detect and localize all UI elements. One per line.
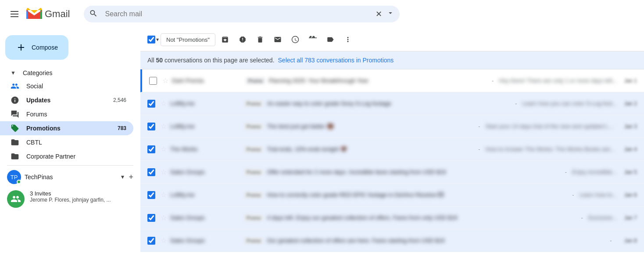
preview-3: How to Answer The Works: The Works Books… bbox=[486, 146, 617, 152]
time-6: Jan 7 bbox=[624, 215, 637, 221]
row-checkbox-3[interactable] bbox=[147, 145, 155, 153]
snooze-button[interactable] bbox=[287, 32, 303, 47]
sidebar-item-promotions[interactable]: Promotions 783 bbox=[0, 121, 133, 135]
tag-6: Promo bbox=[244, 214, 263, 221]
tag-1: Promo bbox=[244, 100, 263, 107]
preview-2: Start your 14 days trial of the new and … bbox=[486, 123, 617, 130]
account-row[interactable]: TP TechPinas ▼ + bbox=[0, 167, 140, 187]
more-options-button[interactable] bbox=[340, 32, 356, 47]
invites-avatar bbox=[7, 190, 25, 208]
email-row[interactable]: ☆ The Works Promo Trial ends, 10% ends t… bbox=[140, 138, 644, 161]
sidebar-item-cbtl[interactable]: CBTL bbox=[0, 135, 133, 149]
row-checkbox-2[interactable] bbox=[147, 123, 155, 130]
sender-2: Loftify.me bbox=[170, 123, 240, 130]
selection-bar: All 50 conversations on this page are se… bbox=[140, 51, 644, 69]
search-bar: category:promotions ✕ bbox=[84, 6, 400, 22]
email-row[interactable]: ☆ Sales Groups Promo 4 days left. Enjoy … bbox=[140, 206, 644, 229]
preview-0: Hey there! There are only 1 or more days… bbox=[499, 77, 617, 84]
account-dropdown-icon[interactable]: ▼ bbox=[120, 174, 125, 180]
sender-3: The Works bbox=[170, 146, 240, 152]
email-row[interactable]: ☆ Loftify.me Promo The best just got bet… bbox=[140, 115, 644, 138]
sidebar-item-updates[interactable]: Updates 2,546 bbox=[0, 93, 133, 107]
email-row[interactable]: ☆ Sales Groups Promo Offer extended for … bbox=[140, 161, 644, 184]
search-icon bbox=[89, 9, 98, 19]
row-checkbox-0[interactable] bbox=[149, 77, 157, 85]
star-icon-2[interactable]: ☆ bbox=[161, 122, 167, 130]
account-avatar: TP bbox=[7, 170, 21, 184]
sidebar-divider bbox=[7, 165, 133, 166]
search-clear-button[interactable]: ✕ bbox=[376, 9, 382, 19]
row-checkbox-5[interactable] bbox=[147, 191, 155, 199]
sender-1: Loftify.me bbox=[170, 100, 240, 107]
sender-6: Sales Groups bbox=[170, 214, 240, 221]
email-row[interactable]: ☆ Sales Groups Promo Our greatest collec… bbox=[140, 229, 644, 252]
chevron-down-icon: ▼ bbox=[11, 70, 16, 76]
categories-label: Categories bbox=[23, 69, 53, 76]
select-all-checkbox[interactable] bbox=[147, 36, 155, 43]
tag-3: Promo bbox=[244, 146, 263, 153]
not-promotions-button[interactable]: Not "Promotions" bbox=[161, 33, 215, 46]
sidebar-item-corporate-partner[interactable]: Corporate Partner bbox=[0, 149, 133, 163]
invites-text: 3 Invites Jerome P. Flores, johnjay garf… bbox=[30, 190, 111, 203]
star-icon-0[interactable]: ☆ bbox=[162, 76, 168, 85]
sidebar-item-forums-label: Forums bbox=[26, 111, 119, 118]
row-checkbox-6[interactable] bbox=[147, 214, 155, 222]
gmail-logo: Gmail bbox=[25, 7, 70, 21]
email-row[interactable]: ☆ Loftify.me Promo An easier way to colo… bbox=[140, 92, 644, 115]
star-icon-4[interactable]: ☆ bbox=[161, 168, 167, 176]
archive-button[interactable] bbox=[217, 32, 233, 47]
not-promotions-label: Not "Promotions" bbox=[166, 36, 210, 43]
star-icon-1[interactable]: ☆ bbox=[161, 99, 167, 108]
hamburger-menu-button[interactable] bbox=[7, 7, 22, 21]
folder-icon-cbtl bbox=[11, 138, 19, 147]
gmail-label: Gmail bbox=[45, 8, 70, 20]
sidebar-item-forums[interactable]: Forums bbox=[0, 107, 133, 121]
compose-button[interactable]: Compose bbox=[5, 35, 68, 60]
gmail-m-icon bbox=[25, 7, 43, 21]
star-icon-6[interactable]: ☆ bbox=[161, 213, 167, 222]
subject-1: An easier way to color grade Sony S-Log … bbox=[267, 100, 510, 107]
online-status-dot bbox=[17, 180, 21, 184]
compose-icon bbox=[16, 42, 26, 53]
star-icon-5[interactable]: ☆ bbox=[161, 191, 167, 199]
row-checkbox-7[interactable] bbox=[147, 237, 155, 245]
info-icon bbox=[11, 96, 19, 105]
star-icon-7[interactable]: ☆ bbox=[161, 236, 167, 245]
delete-button[interactable] bbox=[252, 32, 268, 47]
row-checkbox-4[interactable] bbox=[147, 168, 155, 176]
move-to-button[interactable] bbox=[305, 32, 321, 47]
selection-count-text: All 50 conversations on this page are se… bbox=[147, 57, 275, 64]
email-area: ▾ Not "Promotions" bbox=[140, 28, 644, 264]
report-spam-button[interactable] bbox=[235, 32, 250, 47]
categories-header[interactable]: ▼ Categories bbox=[0, 67, 140, 79]
email-row[interactable]: ☆ Dark Premia Promo Planning 2025: Your … bbox=[140, 69, 644, 92]
forum-icon bbox=[11, 110, 19, 119]
select-all-link[interactable]: Select all 783 conversations in Promotio… bbox=[278, 57, 394, 64]
toolbar: ▾ Not "Promotions" bbox=[140, 28, 644, 51]
sidebar-item-corporate-partner-label: Corporate Partner bbox=[26, 153, 126, 160]
subject-3: Trial ends, 10% ends tonight 🦃 bbox=[267, 146, 473, 152]
time-3: Jan 4 bbox=[624, 146, 637, 152]
select-dropdown-arrow[interactable]: ▾ bbox=[156, 36, 159, 43]
star-icon-3[interactable]: ☆ bbox=[161, 145, 167, 153]
invites-section[interactable]: 3 Invites Jerome P. Flores, johnjay garf… bbox=[0, 187, 140, 211]
time-0: Jan 1 bbox=[624, 78, 637, 84]
add-account-button[interactable]: + bbox=[129, 173, 133, 182]
sidebar-item-updates-count: 2,546 bbox=[113, 97, 126, 103]
tag-4: Promo bbox=[244, 169, 263, 176]
sidebar-item-social-label: Social bbox=[26, 83, 119, 90]
label-button[interactable] bbox=[322, 32, 338, 47]
sidebar-item-social[interactable]: Social bbox=[0, 79, 133, 93]
search-options-button[interactable] bbox=[386, 9, 394, 19]
email-row[interactable]: ☆ Loftify.me Promo How to correctly colo… bbox=[140, 184, 644, 206]
sender-7: Sales Groups bbox=[170, 237, 240, 244]
row-checkbox-1[interactable] bbox=[147, 100, 155, 108]
search-input[interactable]: category:promotions bbox=[84, 6, 400, 22]
mark-read-button[interactable] bbox=[270, 32, 286, 47]
time-7: Jan 8 bbox=[624, 238, 637, 244]
subject-7: Our greatest collection of offers are he… bbox=[267, 237, 605, 244]
sidebar-item-promotions-label: Promotions bbox=[26, 125, 111, 132]
email-list: ☆ Dark Premia Promo Planning 2025: Your … bbox=[140, 69, 644, 264]
people-icon bbox=[11, 82, 19, 90]
time-1: Jan 2 bbox=[624, 101, 637, 107]
